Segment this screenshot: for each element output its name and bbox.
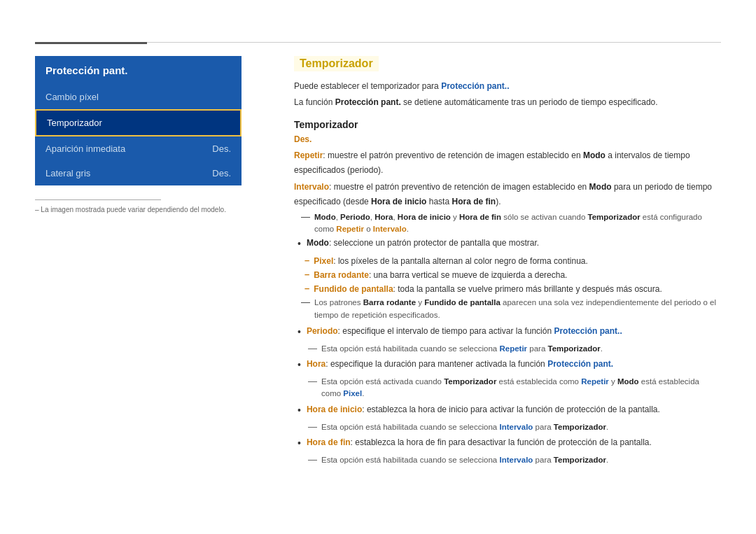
sidebar-item-cambio-pixel[interactable]: Cambio píxel — [35, 85, 241, 109]
sidebar: Protección pant. Cambio píxel Temporizad… — [35, 56, 241, 213]
bullet-periodo: • Periodo: especifique el intervalo de t… — [294, 325, 721, 339]
sub-barra: – Barra rodante: una barra vertical se m… — [304, 269, 721, 281]
note-periodo: — Esta opción está habilitada cuando se … — [294, 343, 721, 355]
sub-pixel: – Pixel: los píxeles de la pantalla alte… — [304, 255, 721, 267]
intro-line-2: La función Protección pant. se detiene a… — [294, 96, 721, 109]
sidebar-item-label: Temporizador — [47, 118, 102, 128]
sidebar-item-aparicion[interactable]: Aparición inmediata Des. — [35, 136, 241, 161]
intervalo-desc: Intervalo: muestre el patrón preventivo … — [294, 180, 721, 209]
sidebar-item-value: Des. — [212, 143, 231, 154]
sidebar-item-value: Des. — [212, 168, 231, 178]
bullet-modo: • Modo: seleccione un patrón protector d… — [294, 237, 721, 251]
section-title: Temporizador — [294, 119, 721, 130]
sidebar-item-label: Lateral gris — [46, 168, 90, 178]
note-modos: — Modo, Periodo, Hora, Hora de inicio y … — [294, 211, 721, 236]
intervalo-label: Intervalo — [294, 182, 329, 192]
main-content: Temporizador Puede establecer el tempori… — [294, 56, 721, 469]
repetir-label: Repetir — [294, 150, 323, 160]
sidebar-item-label: Aparición inmediata — [46, 143, 125, 154]
intro-bold-1: Protección pant.. — [441, 81, 509, 91]
sidebar-separator — [35, 199, 161, 200]
top-border-accent — [35, 42, 147, 44]
repetir-desc: Repetir: muestre el patrón preventivo de… — [294, 148, 721, 177]
sidebar-note: – La imagen mostrada puede variar depend… — [35, 206, 241, 213]
sidebar-item-temporizador[interactable]: Temporizador — [35, 109, 241, 136]
note-hora-fin: — Esta opción está habilitada cuando se … — [294, 454, 721, 466]
note-hora-inicio: — Esta opción está habilitada cuando se … — [294, 421, 721, 433]
sidebar-title: Protección pant. — [35, 56, 241, 85]
intro-line-1: Puede establecer el temporizador para Pr… — [294, 80, 721, 93]
note-hora: — Esta opción está activada cuando Tempo… — [294, 376, 721, 400]
intro-bold-2: Protección pant. — [335, 97, 401, 107]
sidebar-item-lateral[interactable]: Lateral gris Des. — [35, 161, 241, 185]
page-title: Temporizador — [294, 56, 379, 71]
sidebar-item-label: Cambio píxel — [46, 92, 99, 102]
sub-fundido: – Fundido de pantalla: toda la pantalla … — [304, 283, 721, 295]
bullet-hora: • Hora: especifique la duración para man… — [294, 358, 721, 372]
bullet-hora-fin: • Hora de fin: establezca la hora de fin… — [294, 436, 721, 451]
bullet-hora-inicio: • Hora de inicio: establezca la hora de … — [294, 403, 721, 418]
status-des: Des. — [294, 134, 721, 144]
note-barra-fundido: — Los patrones Barra rodante y Fundido d… — [294, 297, 721, 321]
